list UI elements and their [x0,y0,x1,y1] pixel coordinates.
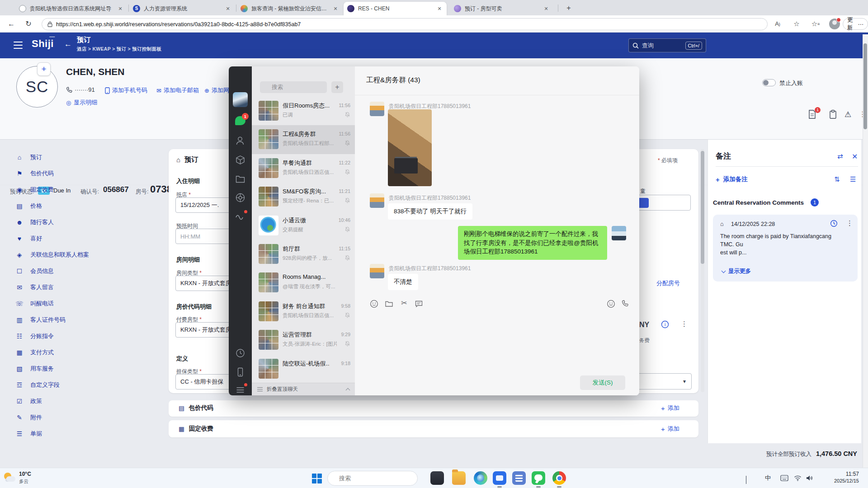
close-tab-icon[interactable] [542,5,550,12]
wecom-contacts-icon[interactable] [235,135,246,146]
refresh-icon[interactable]: ↻ [24,19,33,29]
self-avatar[interactable] [612,226,626,240]
wifi-icon[interactable] [794,475,802,481]
sidebar-item-attachments[interactable]: ✎附件 [0,409,169,426]
volume-icon[interactable] [806,475,813,481]
sender-avatar[interactable] [370,102,384,116]
info-icon[interactable]: i [661,320,669,328]
add-fixed-charge-button[interactable]: 添加 [661,425,679,433]
close-tab-icon[interactable] [436,5,443,12]
rate-kebab-icon[interactable]: ⋮ [681,320,688,328]
sidebar-item-reservation[interactable]: ⌂预订 [0,149,169,165]
chat-item-engineering[interactable]: 工程&房务群 11:56 贵阳机场假日工程部... [252,125,355,154]
breadcrumb[interactable]: 酒店 > KWEAP > 预订 > 预订控制面板 [77,46,161,52]
hamburger-menu-icon[interactable] [13,40,24,51]
add-note-link[interactable]: 添加备注 [716,175,748,183]
sidebar-item-transportation[interactable]: ▧用车服务 [0,361,169,377]
address-bar[interactable]: https://cn1.web.ep.shiji.world/reservati… [42,18,768,30]
warning-icon[interactable]: ⚠ [844,110,854,120]
read-aloud-icon[interactable]: A) [772,19,783,29]
package-codes-bar[interactable] [169,400,698,417]
weather-icon[interactable] [4,472,16,484]
wecom-channel-icon[interactable] [235,211,246,222]
show-details-link[interactable]: ◎ 显示明细 [66,99,97,107]
sidebar-item-guest-id[interactable]: ▥客人证件号码 [0,312,169,328]
chat-item-smfo[interactable]: SM&FO客房沟... 11:21 预定经理- Rena：已... [252,183,355,211]
show-more-link[interactable]: 显示更多 [722,267,751,275]
sidebar-item-routing[interactable]: ☷分账指令 [0,328,169,344]
sidebar-item-rates[interactable]: ▤价格 [0,198,169,214]
favorite-star-icon[interactable]: ☆ [791,19,802,29]
new-tab-button[interactable] [564,4,573,13]
add-email-link[interactable]: ✉ 添加电子邮箱 [156,86,199,94]
sidebar-item-membership[interactable]: ☐会员信息 [0,263,169,279]
chat-item-front-office[interactable]: 前厅群 11:15 928房间的橙子，放... [252,240,355,268]
received-message[interactable]: 不清楚 [388,274,418,290]
back-icon[interactable]: ← [6,19,16,29]
add-package-button[interactable]: 添加 [661,404,679,412]
wecom-meeting-icon[interactable] [235,347,246,359]
browser-tab-1[interactable]: 贵阳机场智选假日酒店系统网址导 [15,2,127,15]
browser-tab-2[interactable]: 人力资源管理系统 [129,2,235,15]
send-button[interactable]: 发送(S) [580,375,625,390]
filter-notes-icon[interactable]: ☰ [850,175,856,183]
no-post-toggle[interactable] [762,79,776,86]
new-chat-button[interactable] [331,81,343,93]
add-phone-link[interactable]: 添加手机号码 [105,86,147,94]
global-search[interactable]: 查询 Ctrl+/ [628,38,706,52]
app-back-icon[interactable]: ← [64,40,72,49]
received-message[interactable]: 838不要动了 明天干了就行 [388,203,472,220]
collections-icon[interactable]: ☆≡ [810,19,821,29]
close-tab-icon[interactable] [117,5,124,12]
expand-notes-icon[interactable]: ⇄ [837,152,843,160]
sidebar-item-package-codes[interactable]: ⚑包价代码 [0,165,169,182]
sender-avatar[interactable] [370,193,384,208]
message-image[interactable] [388,109,432,186]
taskbar-app-edge[interactable] [474,471,487,485]
sidebar-item-wake-up-call[interactable]: ☏叫醒电话 [0,296,169,312]
sidebar-item-linked-profiles[interactable]: ◈关联信息和联系人档案 [0,247,169,263]
emoji-icon[interactable] [370,300,379,309]
taskbar-app-explorer[interactable] [452,471,466,485]
taskbar-app-wechat[interactable] [532,471,545,485]
chat-history-icon[interactable] [415,300,424,309]
taskbar-app-calculator[interactable] [512,471,526,485]
call-icon[interactable] [622,300,631,309]
taskbar-app-wecom[interactable] [493,471,506,485]
browser-tab-active[interactable]: RES - CHEN [344,2,447,15]
comment-kebab-icon[interactable]: ⋮ [846,219,853,227]
browser-profile-avatar[interactable] [829,19,840,29]
wecom-chats-icon[interactable]: 1 [235,116,245,125]
sidebar-item-policies[interactable]: ☑政策 [0,393,169,409]
assign-room-link[interactable]: 分配房号 [656,279,680,287]
browser-menu-icon[interactable]: ⋯ [858,21,864,28]
form-scrollbar-thumb[interactable] [701,151,704,264]
document-badge-icon[interactable]: 1 [808,110,817,120]
keyboard-icon[interactable] [780,475,788,481]
file-icon[interactable] [385,300,394,309]
sort-notes-icon[interactable]: ⇅ [834,175,840,183]
chat-item-rooms-manag[interactable]: Rooms Manag... @瑞雪 现在淡季，可... [252,268,355,297]
taskbar-app-terminal[interactable] [430,471,444,485]
taskbar-time[interactable]: 11:57 [846,471,859,477]
wecom-more-icon[interactable] [235,384,246,395]
sidebar-item-accompanying-guests[interactable]: ☻随行客人 [0,214,169,230]
wecom-moments-icon[interactable] [235,192,246,203]
tray-chevron-icon[interactable] [746,476,746,484]
chat-item-xiaotong[interactable]: 小通云缴 10:46 交易提醒 [252,211,355,240]
chat-item-land-air[interactable]: 陆空联运-机场假... 9:18 [252,355,355,383]
taskbar-search-input[interactable] [338,474,420,482]
start-button[interactable] [312,474,322,483]
browser-tab-3[interactable]: 旅客查询 - 紫楠旅馆业治安信息管 [237,2,343,15]
close-tab-icon[interactable] [224,5,231,12]
sidebar-item-guest-messages[interactable]: ✉客人留言 [0,279,169,296]
add-guest-photo-button[interactable]: + [37,62,51,76]
weather-temp[interactable]: 10°C [19,471,31,477]
chat-item-rooms-status[interactable]: 假日Rooms房态... 11:56 已调 [252,97,355,125]
chat-item-breakfast[interactable]: 早餐沟通群 11:22 贵阳机场假日酒店值... [252,154,355,183]
weather-desc[interactable]: 多云 [19,479,28,485]
wecom-workbench-icon[interactable] [235,155,246,166]
sidebar-item-custom-fields[interactable]: ☲自定义字段 [0,377,169,393]
fixed-charges-bar[interactable] [169,420,698,437]
wecom-profile-avatar[interactable] [233,92,248,107]
